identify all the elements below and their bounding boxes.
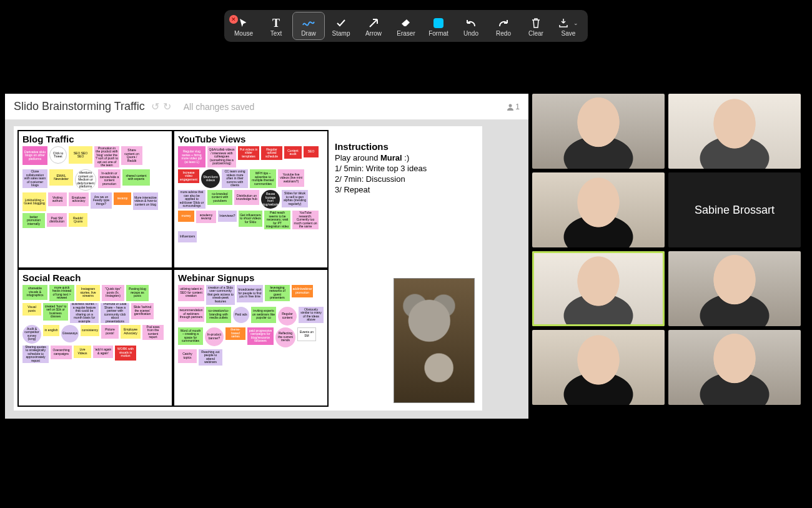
sticky-note[interactable]: Audit & competitor survey (long) [22,325,41,344]
sticky-note[interactable]: utilizing talent in SEO for content crea… [178,285,204,301]
sticky-note[interactable]: Word of mouth – creating a space for com… [178,327,203,345]
undo-icon[interactable]: ↺ [151,101,159,112]
sticky-note[interactable]: Regular vlog series + hiring more video … [178,146,205,167]
sticky-note[interactable]: Interviews? [218,211,237,222]
sticky-note[interactable]: Slide 'behind the scenes' gamification [131,303,154,319]
sticky-note[interactable]: Share content on Quora / Reddit [121,146,142,165]
save-tool[interactable]: ⌄ Save [553,12,584,39]
sticky-note[interactable]: "Quick tips" posts (fx. Instagram) [102,285,124,301]
sticky-note[interactable]: EMAIL Newsletter [49,169,73,186]
sticky-note[interactable]: Picture posts! [101,325,119,339]
sticky-note[interactable]: Reaching out people to attend webinars [199,349,222,366]
sticky-note[interactable]: Content audit [284,146,302,159]
redo-tool[interactable]: Redo [488,12,519,39]
sticky-note[interactable]: more quick hacks instead of long text > … [49,285,74,301]
sticky-note[interactable]: revamp [114,192,131,205]
sticky-note[interactable]: Employee advocacy [69,192,89,206]
sticky-note[interactable]: Obviously similar to many of the ideas a… [299,307,324,323]
video-tile-active-speaker[interactable] [532,251,665,326]
video-tile[interactable] [668,94,801,169]
sticky-note[interactable]: Influencers [178,231,197,242]
sticky-note[interactable]: Are we on Feedly type things? [91,192,112,209]
sticky-note[interactable]: created 'how' to sell on $1k or business… [43,303,68,321]
sticky-note[interactable]: Business stories – a regular feature tha… [70,303,99,323]
video-tile[interactable] [668,251,801,326]
sticky-note[interactable]: 'add it again & again' [93,346,113,358]
sticky-note[interactable]: Increase video engagement [178,169,199,183]
sticky-note[interactable]: SEO SEO SEO [69,146,92,164]
sticky-note[interactable]: Catchy topics [178,349,197,363]
sticky-note[interactable]: inviting experts on webinars like popula… [251,307,276,323]
sticky-note[interactable]: Q&A/collab videos / interviews with coll… [207,146,236,167]
clear-tool[interactable]: Clear [520,12,552,39]
mural-canvas[interactable]: Blog Traffic Derivative slido blogs on o… [14,126,482,411]
sticky-note[interactable]: Reuse footage from blog/website [261,190,280,209]
video-tile[interactable] [668,330,801,405]
sticky-note[interactable]: broadcaster spot for people to find you … [237,285,263,302]
draw-tool[interactable]: Draw [293,12,324,39]
participant-count[interactable]: 1 [507,102,520,111]
sticky-note[interactable]: In-product banner? [205,327,224,346]
video-tile[interactable] [532,330,665,405]
sticky-note[interactable]: Linkbuilding + Guest blogging [22,192,46,211]
sticky-note[interactable]: Promotion in the product with 'blog' und… [94,146,119,167]
sticky-note[interactable]: Paid ads [233,307,249,323]
undo-tool[interactable]: Undo [455,12,487,39]
sticky-note[interactable]: More interactive videos & how-to content… [133,192,158,210]
sticky-note[interactable]: in english [43,325,59,336]
sticky-note[interactable]: Visiting authors [48,192,67,206]
sticky-note[interactable]: In-admin or canvas/side a content promot… [98,169,121,188]
sticky-note[interactable]: Visual posts [22,303,41,316]
sticky-note[interactable]: Reflecting the current trends [275,327,295,347]
sticky-note[interactable]: shared content with experts [122,169,150,186]
eraser-tool[interactable]: Eraser [390,12,422,39]
video-tile[interactable] [532,172,665,247]
sticky-note[interactable]: Get influencers to shoot videos for Slid… [239,211,262,227]
sticky-note[interactable]: WORK with visuals in motion [115,346,136,361]
sticky-note[interactable]: co-creation/co-branding with media outle… [206,307,231,323]
sticky-note[interactable]: Instagram stories, live streams [76,285,100,301]
sticky-note[interactable]: Giveaways [61,325,79,342]
sticky-note[interactable]: creation of a Slido user community that … [206,285,235,305]
sticky-note[interactable]: paid progressive campaigns for blog/reso… [247,327,274,345]
sticky-note[interactable]: co-branded content with youtubers [207,190,232,205]
arrow-tool[interactable]: Arrow [358,12,389,39]
sticky-note[interactable]: Paid reach seems to be necessary; wait f… [264,211,290,229]
sticky-note[interactable]: YouTube research. Currently too much con… [292,211,319,229]
sticky-note[interactable]: leveraging networks of guest presenters [265,285,290,301]
sticky-note[interactable]: addin/webinar promotion [292,285,313,297]
sticky-note[interactable]: Events on SM [297,327,316,341]
redo-icon[interactable]: ↻ [163,101,171,112]
sticky-note[interactable]: WFH tips – advertise to multiple themed … [250,169,276,188]
history-controls[interactable]: ↺ ↻ [151,101,171,112]
stamp-tool[interactable]: Stamp [325,12,357,39]
sticky-note[interactable]: Regular content [278,307,297,326]
sticky-note[interactable]: Distribution on knowledge hub [234,190,259,205]
sticky-note[interactable]: Put videos in slider templates [238,146,259,160]
sticky-note[interactable]: recommendation of webinars through partn… [178,307,204,322]
video-tile-name-only[interactable]: Sabine Brossart [668,172,801,247]
sticky-note[interactable]: Click to Tweet [49,146,67,164]
sticky-note[interactable]: Posting blog recaps as posts [126,285,149,301]
sticky-note[interactable]: CC team using videos more often in their… [222,169,248,188]
sticky-note[interactable]: Mentions content on Medium or daily/cont… [75,169,96,191]
sticky-note[interactable]: Reddit/ Quora [69,213,87,227]
sticky-note[interactable]: Paid SM distribution [47,213,67,227]
format-tool[interactable]: Format [423,12,454,39]
sticky-note[interactable]: Slides for tiktok to sell to gen alphas … [282,190,308,207]
sticky-note[interactable]: Derivative slido blogs on other platform… [22,146,47,165]
sticky-note[interactable]: academy revamp [196,211,216,223]
sticky-note[interactable]: money [178,211,194,222]
sticky-note[interactable]: better promotion internally [22,213,45,228]
video-tile[interactable] [532,94,665,169]
sticky-note[interactable]: Overarching campaigns [51,346,72,359]
sticky-note[interactable]: SEO [304,146,319,157]
sticky-note[interactable]: Short-form videos [201,169,220,188]
sticky-note[interactable]: Youtube live videos (live mini webinars?… [278,169,304,187]
sticky-note[interactable]: Promote of Slide Share – have a partner … [101,303,129,323]
sticky-note[interactable]: Close collaboration with sales team of c… [22,169,47,188]
sticky-note[interactable]: Live Videos [74,346,91,358]
sticky-note[interactable]: shareable visuals & infographics [22,285,47,300]
sticky-note[interactable]: Sharing quotes to strategically schedule… [22,346,49,363]
sticky-note[interactable]: Employee Advocacy [121,325,141,339]
